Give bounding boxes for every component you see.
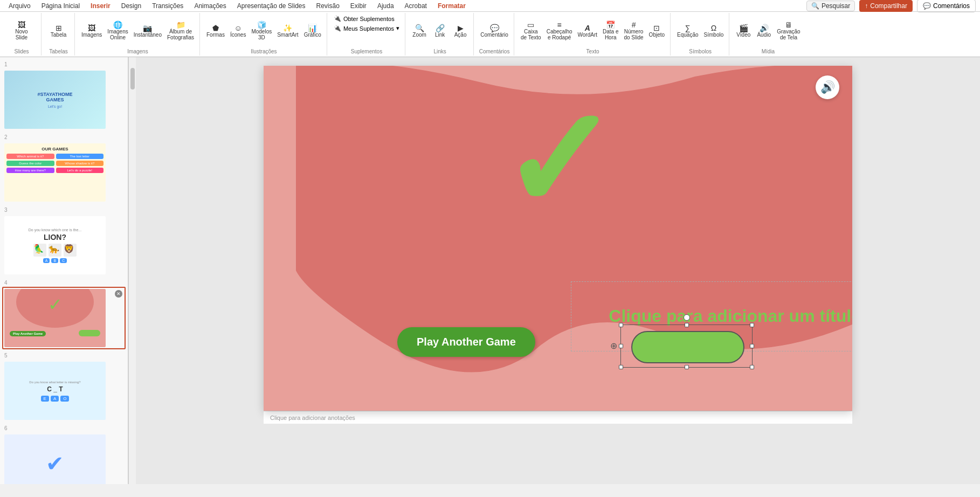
numero-slide-icon: # — [632, 21, 636, 29]
menu-acrobat[interactable]: Acrobat — [401, 1, 431, 11]
menu-arquivo[interactable]: Arquivo — [4, 1, 35, 11]
canvas-area: 🔊 ✓ Clique para adicionar um título Play… — [136, 57, 980, 484]
annotation-placeholder: Clique para adicionar anotações — [270, 415, 355, 421]
ribbon-btn-comentario[interactable]: 💬 Comentário — [478, 23, 510, 39]
instantaneo-icon: 📷 — [143, 24, 152, 32]
ribbon-btn-tabela[interactable]: ⊞ Tabela — [49, 23, 68, 39]
simbolo-icon: Ω — [711, 24, 716, 32]
ribbon-group-slides-label: Slides — [14, 49, 29, 54]
menu-bar: Arquivo Página Inicial Inserir Design Tr… — [0, 0, 980, 12]
ribbon-group-tabelas: ⊞ Tabela Tabelas — [43, 13, 75, 56]
ribbon-group-midia-label: Mídia — [762, 49, 775, 54]
search-placeholder: Pesquisar — [822, 2, 850, 10]
ribbon-group-suplementos-label: Suplementos — [351, 49, 382, 54]
icones-icon: ☺ — [234, 24, 242, 32]
comments-label: Comentários — [933, 2, 970, 10]
audio-button[interactable]: 🔊 — [816, 75, 839, 99]
slide-canvas[interactable]: 🔊 ✓ Clique para adicionar um título Play… — [264, 66, 852, 411]
ribbon-btn-album[interactable]: 📁 Álbum deFotografias — [165, 20, 196, 42]
ribbon: 🖼 NovoSlide Slides ⊞ Tabela Tabelas 🖼 Im… — [0, 12, 980, 57]
slide-thumb-6[interactable]: ✔ — [2, 432, 126, 484]
ribbon-btn-equacao[interactable]: ∑ Equação — [675, 23, 700, 39]
slide-thumb-5-inner: Do you know what letter is missing? C _ … — [4, 362, 106, 420]
ribbon-group-tabelas-label: Tabelas — [49, 49, 67, 54]
ribbon-btn-link[interactable]: 🔗 Link — [430, 23, 450, 39]
ribbon-btn-novo-slide[interactable]: 🖼 NovoSlide — [5, 20, 38, 42]
obter-suplementos-icon: 🔌 — [334, 15, 341, 22]
album-icon: 📁 — [176, 21, 185, 29]
comments-button[interactable]: 💬 Comentários — [917, 0, 976, 12]
tabela-icon: ⊞ — [56, 24, 62, 32]
ribbon-btn-icones[interactable]: ☺ Ícones — [228, 23, 248, 39]
slide-number-4: 4 — [4, 280, 126, 286]
slide-thumb-1-inner: #STAYATHOMEGAMES Let's go! — [4, 71, 106, 129]
ribbon-btn-simbolo[interactable]: Ω Símbolo — [702, 23, 726, 39]
ribbon-btn-gravacao-tela[interactable]: 🖥 Gravaçãode Tela — [775, 20, 802, 42]
slides-scrollbar[interactable] — [128, 57, 136, 484]
slide-thumb-4[interactable]: ✓ Play Another Game ✕ — [2, 287, 126, 349]
ribbon-btn-smartart[interactable]: ✨ SmartArt — [275, 23, 300, 39]
menu-formatar[interactable]: Formatar — [433, 1, 470, 11]
menu-animacoes[interactable]: Animações — [190, 1, 230, 11]
annotation-bar[interactable]: Clique para adicionar anotações — [264, 411, 852, 424]
ribbon-btn-data-hora[interactable]: 📅 Data eHora — [601, 20, 620, 42]
slide-thumb-1[interactable]: #STAYATHOMEGAMES Let's go! — [2, 68, 126, 131]
ribbon-btn-obter-suplementos[interactable]: 🔌 Obter Suplementos — [332, 14, 397, 23]
ribbon-btn-acao[interactable]: ▶ Ação — [451, 23, 470, 39]
comentario-icon: 💬 — [490, 24, 499, 32]
ribbon-btn-audio[interactable]: 🔊 Áudio — [754, 23, 774, 39]
ribbon-btn-zoom[interactable]: 🔍 Zoom — [410, 23, 429, 39]
video-icon: 🎬 — [739, 24, 748, 32]
ribbon-btn-modelos3d[interactable]: 🧊 Modelos3D — [249, 20, 274, 42]
menu-apresentacao[interactable]: Apresentação de Slides — [233, 1, 310, 11]
ribbon-group-imagens-label: Imagens — [127, 49, 148, 54]
formas-icon: ⬟ — [212, 24, 219, 32]
menu-transicoes[interactable]: Transições — [148, 1, 188, 11]
ribbon-group-texto: ▭ Caixade Texto ≡ Cabeçalhoe Rodapé A Wo… — [515, 13, 671, 56]
search-bar[interactable]: 🔍 Pesquisar — [806, 1, 855, 11]
share-button[interactable]: ↑ Compartilhar — [859, 0, 913, 12]
ribbon-btn-formas[interactable]: ⬟ Formas — [204, 23, 227, 39]
slide-thumb-3[interactable]: Do you know which one is the... LION? 🦜 … — [2, 214, 126, 277]
ribbon-btn-numero-slide[interactable]: # Númerodo Slide — [622, 20, 645, 42]
ribbon-group-imagens: 🖼 Imagens 🌐 ImagensOnline 📷 Instantâneo … — [76, 13, 200, 56]
objeto-icon: ⊡ — [653, 24, 660, 32]
grafico-icon: 📊 — [308, 24, 317, 32]
ribbon-group-suplementos: 🔌 Obter Suplementos 🔌 Meus Suplementos ▾… — [328, 13, 405, 56]
meus-suplementos-icon: 🔌 — [334, 25, 341, 32]
ribbon-btn-cabecalho-rodape[interactable]: ≡ Cabeçalhoe Rodapé — [544, 20, 575, 42]
slide-thumb-5[interactable]: Do you know what letter is missing? C _ … — [2, 360, 126, 422]
ribbon-group-simbolos: ∑ Equação Ω Símbolo Símbolos — [672, 13, 729, 56]
menu-inserir[interactable]: Inserir — [86, 1, 115, 11]
imagens-icon: 🖼 — [88, 24, 95, 32]
scroll-thumb — [130, 68, 135, 89]
menu-design[interactable]: Design — [117, 1, 146, 11]
ribbon-btn-wordart[interactable]: A WordArt — [576, 23, 600, 39]
share-icon: ↑ — [865, 2, 868, 10]
slide-4-delete[interactable]: ✕ — [115, 290, 122, 298]
slide-thumb-2[interactable]: OUR GAMES Which animal is it? The lost l… — [2, 141, 126, 204]
menu-exibir[interactable]: Exibir — [346, 1, 371, 11]
slide-number-3: 3 — [4, 207, 126, 213]
ribbon-btn-objeto[interactable]: ⊡ Objeto — [647, 23, 667, 39]
menu-pagina-inicial[interactable]: Página Inicial — [37, 1, 84, 11]
comment-icon: 💬 — [923, 2, 931, 10]
ribbon-btn-grafico[interactable]: 📊 Gráfico — [302, 23, 323, 39]
slide-thumb-6-inner: ✔ — [4, 434, 106, 484]
audio-icon: 🔊 — [760, 24, 769, 32]
green-button-selected[interactable] — [631, 331, 744, 363]
play-another-game-button[interactable]: Play Another Game — [397, 327, 535, 357]
slide-thumb-2-inner: OUR GAMES Which animal is it? The lost l… — [4, 143, 106, 202]
slide-number-6: 6 — [4, 425, 126, 431]
menu-revisao[interactable]: Revisão — [312, 1, 344, 11]
ribbon-btn-imagens[interactable]: 🖼 Imagens — [79, 23, 104, 39]
menu-ajuda[interactable]: Ajuda — [373, 1, 398, 11]
imagens-online-icon: 🌐 — [113, 21, 122, 29]
smartart-icon: ✨ — [283, 24, 292, 32]
ribbon-btn-video[interactable]: 🎬 Vídeo — [734, 23, 753, 39]
ribbon-btn-imagens-online[interactable]: 🌐 ImagensOnline — [105, 20, 130, 42]
ribbon-btn-caixa-texto[interactable]: ▭ Caixade Texto — [519, 20, 543, 42]
search-icon: 🔍 — [811, 2, 819, 10]
ribbon-btn-instantaneo[interactable]: 📷 Instantâneo — [132, 23, 164, 39]
ribbon-btn-meus-suplementos[interactable]: 🔌 Meus Suplementos ▾ — [332, 24, 402, 33]
